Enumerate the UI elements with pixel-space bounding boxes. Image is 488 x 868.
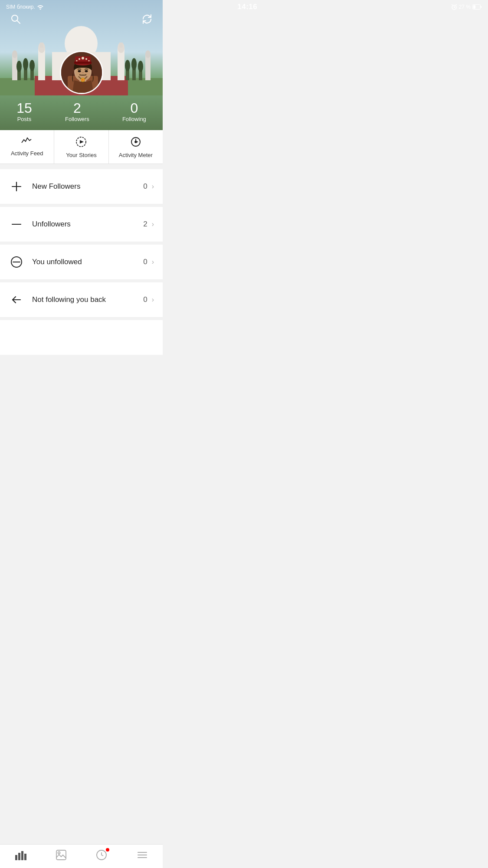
unfollowers-label: Unfollowers xyxy=(32,220,143,229)
search-button[interactable] xyxy=(9,12,23,27)
wifi-icon xyxy=(37,4,44,10)
status-left: SIM блокир. xyxy=(6,4,44,10)
refresh-button[interactable] xyxy=(140,12,154,27)
tab-activity-meter[interactable]: Activity Meter xyxy=(109,130,163,164)
avatar-portrait xyxy=(61,52,103,94)
svg-point-57 xyxy=(85,70,88,72)
stat-followers[interactable]: 2 Followers xyxy=(65,101,89,122)
list-item-new-followers[interactable]: New Followers 0 › xyxy=(0,169,163,204)
unfollowers-count: 2 xyxy=(143,220,147,229)
hero-section: 15 Posts 2 Followers 0 Following xyxy=(0,0,163,130)
svg-point-53 xyxy=(85,58,87,60)
not-following-back-label: Not following you back xyxy=(32,295,143,304)
stats-row: 15 Posts 2 Followers 0 Following xyxy=(0,101,163,122)
posts-count: 15 xyxy=(16,101,32,115)
you-unfollowed-count: 0 xyxy=(143,258,147,266)
status-bar: SIM блокир. 14:16 27 % xyxy=(0,0,163,13)
content-list: New Followers 0 › Unfollowers 2 › You un… xyxy=(0,169,163,355)
following-label: Following xyxy=(122,116,146,122)
you-unfollowed-chevron: › xyxy=(152,258,154,266)
followers-count: 2 xyxy=(73,101,81,115)
new-followers-icon xyxy=(9,179,24,194)
tab-activity-feed[interactable]: Activity Feed xyxy=(0,130,54,164)
svg-point-51 xyxy=(82,57,84,59)
list-item-you-unfollowed[interactable]: You unfollowed 0 › xyxy=(0,245,163,280)
svg-rect-50 xyxy=(74,62,92,64)
svg-point-66 xyxy=(135,141,137,143)
avatar xyxy=(60,51,103,94)
tab-bar: Activity Feed Your Stories Activity Mete… xyxy=(0,130,163,164)
not-following-back-icon xyxy=(9,292,24,308)
list-item-unfollowers[interactable]: Unfollowers 2 › xyxy=(0,207,163,242)
you-unfollowed-icon xyxy=(9,254,24,270)
activity-feed-icon xyxy=(21,136,33,147)
svg-point-60 xyxy=(82,79,83,81)
top-icons xyxy=(0,12,163,27)
tab-activity-meter-label: Activity Meter xyxy=(119,152,153,158)
svg-line-42 xyxy=(17,21,20,24)
svg-point-56 xyxy=(78,70,81,72)
carrier-text: SIM блокир. xyxy=(6,4,35,10)
activity-meter-icon xyxy=(130,136,141,149)
new-followers-label: New Followers xyxy=(32,182,143,191)
your-stories-icon xyxy=(75,136,87,149)
not-following-back-chevron: › xyxy=(152,296,154,304)
tab-your-stories-label: Your Stories xyxy=(66,152,96,158)
search-icon xyxy=(10,14,21,24)
following-count: 0 xyxy=(130,101,138,115)
new-followers-count: 0 xyxy=(143,182,147,191)
stat-following[interactable]: 0 Following xyxy=(122,101,146,122)
stat-posts[interactable]: 15 Posts xyxy=(16,101,32,122)
bottom-spacer xyxy=(0,320,163,355)
tab-your-stories[interactable]: Your Stories xyxy=(54,130,108,164)
section-divider xyxy=(0,164,163,167)
unfollowers-icon xyxy=(9,216,24,232)
hero-overlay: 15 Posts 2 Followers 0 Following xyxy=(0,51,163,130)
tab-activity-feed-label: Activity Feed xyxy=(11,150,43,157)
list-item-not-following-back[interactable]: Not following you back 0 › xyxy=(0,282,163,318)
followers-label: Followers xyxy=(65,116,89,122)
posts-label: Posts xyxy=(17,116,32,122)
svg-point-52 xyxy=(79,58,80,60)
not-following-back-count: 0 xyxy=(143,295,147,304)
new-followers-chevron: › xyxy=(152,183,154,190)
svg-point-54 xyxy=(76,60,77,62)
svg-point-55 xyxy=(88,60,89,62)
svg-rect-20 xyxy=(119,43,123,48)
refresh-icon xyxy=(142,14,152,24)
unfollowers-chevron: › xyxy=(152,220,154,228)
svg-rect-17 xyxy=(40,43,43,48)
svg-marker-62 xyxy=(80,140,84,144)
you-unfollowed-label: You unfollowed xyxy=(32,258,143,266)
